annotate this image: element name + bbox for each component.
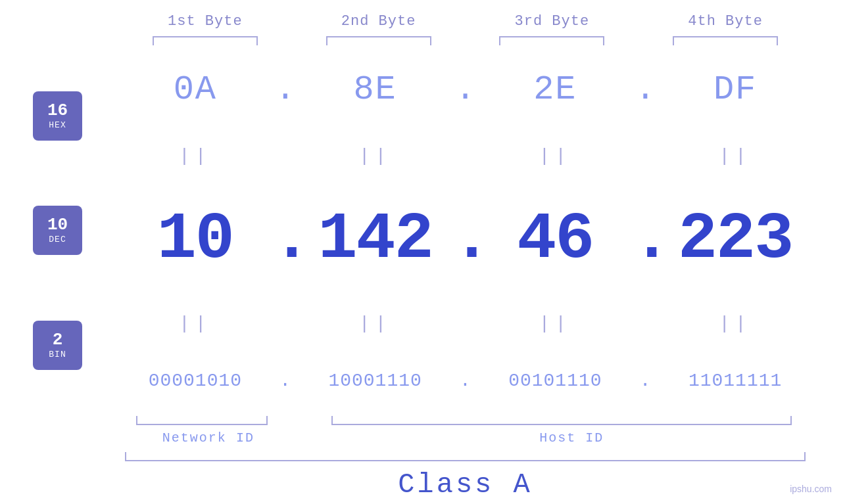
dec-b4: 223 — [658, 202, 812, 277]
network-id-bracket — [136, 416, 268, 425]
hex-b4: DF — [658, 70, 812, 109]
bin-row: 00001010 . 10001110 . 00101110 . — [118, 371, 812, 391]
eq2-b4: || — [658, 313, 812, 334]
hex-row: 0A . 8E . 2E . DF — [118, 70, 812, 109]
dec-row: 10 . 142 . 46 . 223 — [118, 202, 812, 277]
hex-badge: 16 HEX — [33, 91, 82, 141]
bracket-top-1 — [153, 36, 258, 45]
dec-dot-1: . — [272, 202, 299, 277]
host-id-bracket — [331, 416, 792, 425]
dec-dot-2: . — [452, 202, 479, 277]
byte2-header: 2nd Byte — [292, 13, 466, 30]
dec-b3: 46 — [479, 202, 633, 277]
class-label-row: Class A — [118, 469, 812, 501]
eq2-b1: || — [118, 313, 272, 334]
dec-b2: 142 — [299, 202, 452, 277]
hex-dot-2: . — [452, 70, 479, 109]
content-area: 16 HEX 10 DEC 2 BIN 0A . — [33, 45, 812, 416]
bin-b2: 10001110 — [299, 371, 452, 391]
bin-badge: 2 BIN — [33, 321, 82, 370]
bottom-section: Network ID Host ID — [118, 416, 812, 446]
class-bracket-row — [118, 452, 812, 461]
dec-badge: 10 DEC — [33, 206, 82, 255]
eq1-b3: || — [479, 146, 633, 166]
byte1-header: 1st Byte — [118, 13, 292, 30]
dec-b1: 10 — [118, 202, 272, 277]
bin-b3: 00101110 — [479, 371, 633, 391]
eq1-b1: || — [118, 146, 272, 166]
bracket-col-4 — [639, 36, 812, 45]
class-bracket — [125, 452, 806, 461]
bracket-top-2 — [326, 36, 431, 45]
equals-row-1: || || || || — [118, 146, 812, 166]
equals-row-2: || || || || — [118, 313, 812, 334]
bracket-col-2 — [292, 36, 466, 45]
badges-col: 16 HEX 10 DEC 2 BIN — [33, 45, 118, 416]
bin-dot-1: . — [272, 371, 299, 391]
bracket-top-4 — [673, 36, 778, 45]
main-container: 1st Byte 2nd Byte 3rd Byte 4th Byte — [0, 0, 845, 504]
bin-b1: 00001010 — [118, 371, 272, 391]
eq2-b3: || — [479, 313, 633, 334]
values-grid: 0A . 8E . 2E . DF — [118, 45, 812, 416]
bracket-col-3 — [466, 36, 639, 45]
dec-dot-3: . — [632, 202, 658, 277]
byte3-header: 3rd Byte — [466, 13, 639, 30]
eq2-b2: || — [299, 313, 452, 334]
class-label: Class A — [398, 469, 532, 501]
hex-dot-1: . — [272, 70, 299, 109]
hex-b2: 8E — [299, 70, 452, 109]
top-brackets — [118, 36, 812, 45]
eq1-b2: || — [299, 146, 452, 166]
byte-headers: 1st Byte 2nd Byte 3rd Byte 4th Byte — [118, 0, 812, 30]
class-section: Class A — [118, 452, 812, 501]
watermark: ipshu.com — [790, 484, 832, 494]
network-id-label: Network ID — [162, 430, 254, 446]
bin-b4: 11011111 — [658, 371, 812, 391]
bracket-col-1 — [118, 36, 292, 45]
labels-row: Network ID Host ID — [118, 430, 812, 446]
bin-dot-3: . — [632, 371, 658, 391]
byte4-header: 4th Byte — [639, 13, 812, 30]
host-id-label: Host ID — [539, 430, 604, 446]
hex-b3: 2E — [479, 70, 633, 109]
bin-dot-2: . — [452, 371, 479, 391]
hex-dot-3: . — [632, 70, 658, 109]
bracket-top-3 — [499, 36, 604, 45]
bottom-brackets-row — [118, 416, 812, 425]
eq1-b4: || — [658, 146, 812, 166]
hex-b1: 0A — [118, 70, 272, 109]
